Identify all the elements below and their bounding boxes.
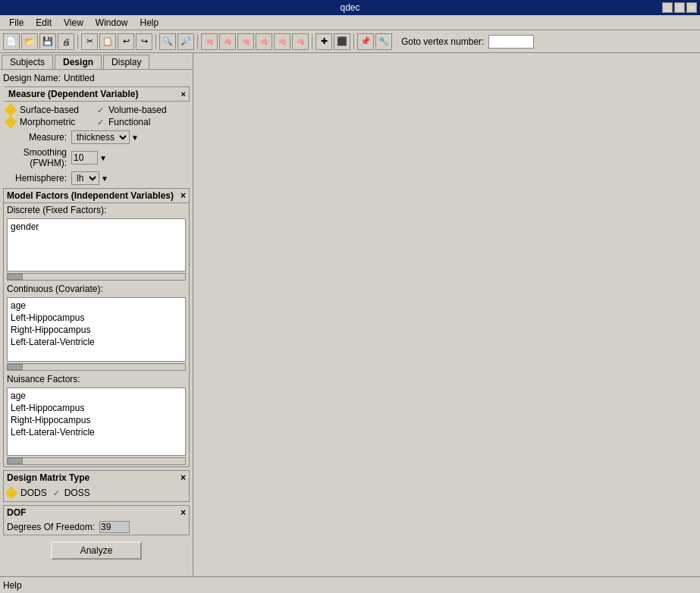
- design-name-label: Design Name:: [3, 73, 61, 83]
- dm-radio-group: DODS ✓ DOSS: [4, 485, 189, 501]
- nuisance-item-age: age: [9, 390, 184, 402]
- menu-edit[interactable]: Edit: [30, 16, 58, 30]
- sep4: [312, 34, 312, 49]
- nuisance-item-lhipp: Left-Hippocampus: [9, 402, 184, 414]
- model-factors-header: Model Factors (Independent Variables) ×: [4, 189, 189, 203]
- smoothing-arrow-icon: ▼: [99, 154, 107, 162]
- surface-based-label: Surface-based: [20, 105, 79, 115]
- left-panel: Subjects Design Display Design Name: Unt…: [0, 53, 193, 576]
- continuous-label: Continuous (Covariate):: [4, 282, 189, 296]
- close-button[interactable]: ×: [686, 2, 697, 13]
- save-button[interactable]: 💾: [39, 33, 56, 50]
- dods-radio[interactable]: DODS: [7, 488, 47, 498]
- measure-select[interactable]: thickness area volume: [71, 130, 130, 144]
- settings-button[interactable]: 🔧: [375, 33, 392, 50]
- window-controls[interactable]: _ □ ×: [662, 2, 697, 13]
- continuous-scrollbar-thumb: [8, 364, 23, 370]
- discrete-scrollbar-thumb: [8, 274, 23, 280]
- title-bar: qdec _ □ ×: [0, 0, 700, 15]
- measure-section-title: Measure (Dependent Variable): [8, 89, 138, 99]
- measure-arrow-icon: ▼: [131, 133, 139, 142]
- design-matrix-header: Design Matrix Type ×: [4, 471, 189, 485]
- sep2: [155, 34, 156, 49]
- doss-label: DOSS: [64, 488, 90, 498]
- discrete-scrollbar[interactable]: [7, 273, 186, 281]
- app-title: qdec: [340, 2, 359, 13]
- open-button[interactable]: 📂: [21, 33, 38, 50]
- dof-value-row: Degrees Of Freedom:: [4, 519, 189, 535]
- zoom-in-button[interactable]: 🔍: [159, 33, 176, 50]
- brain2-button[interactable]: 🧠: [219, 33, 236, 50]
- menu-window[interactable]: Window: [89, 16, 134, 30]
- volume-based-radio[interactable]: ✓ Volume-based: [97, 105, 187, 115]
- pin-button[interactable]: 📌: [357, 33, 374, 50]
- menu-file[interactable]: File: [3, 16, 30, 30]
- continuous-listbox[interactable]: age Left-Hippocampus Right-Hippocampus L…: [7, 297, 186, 362]
- analyze-button[interactable]: Analyze: [51, 541, 142, 560]
- minimize-button[interactable]: _: [662, 2, 673, 13]
- add-button[interactable]: ✚: [315, 33, 332, 50]
- nuisance-listbox[interactable]: age Left-Hippocampus Right-Hippocampus L…: [7, 387, 186, 456]
- dof-close-icon[interactable]: ×: [180, 507, 186, 518]
- menu-help[interactable]: Help: [134, 16, 165, 30]
- continuous-item-age: age: [9, 300, 184, 312]
- measure-label: Measure:: [6, 132, 67, 143]
- goto-label: Goto vertex number:: [401, 36, 484, 47]
- brain5-button[interactable]: 🧠: [274, 33, 290, 50]
- dof-label: Degrees Of Freedom:: [7, 522, 95, 532]
- sep1: [77, 34, 78, 49]
- new-button[interactable]: 📄: [3, 33, 20, 50]
- doss-radio[interactable]: ✓ DOSS: [53, 488, 90, 498]
- hemisphere-label: Hemisphere:: [6, 173, 67, 184]
- discrete-listbox[interactable]: gender: [7, 218, 186, 271]
- status-bar: Help: [0, 576, 700, 593]
- tabs: Subjects Design Display: [0, 53, 193, 70]
- surface-based-radio[interactable]: Surface-based: [6, 105, 96, 115]
- copy-button[interactable]: 📋: [99, 33, 116, 50]
- nuisance-label: Nuisance Factors:: [4, 372, 189, 386]
- smoothing-input[interactable]: [71, 151, 98, 165]
- brain3-button[interactable]: 🧠: [237, 33, 254, 50]
- measure-field-row: Measure: thickness area volume ▼: [3, 130, 190, 144]
- design-matrix-title: Design Matrix Type: [7, 472, 89, 483]
- tab-display[interactable]: Display: [103, 55, 149, 69]
- hemisphere-select[interactable]: lh rh: [71, 171, 99, 185]
- tab-subjects[interactable]: Subjects: [2, 55, 53, 69]
- volume-based-check-icon: ✓: [97, 105, 104, 115]
- functional-check-icon: ✓: [97, 118, 104, 127]
- dods-diamond-icon: [5, 487, 18, 500]
- dof-section: DOF × Degrees Of Freedom:: [3, 505, 190, 535]
- brain4-button[interactable]: 🧠: [256, 33, 272, 50]
- dof-input[interactable]: [99, 521, 130, 533]
- doss-check-icon: ✓: [53, 488, 60, 498]
- menu-view[interactable]: View: [58, 16, 89, 30]
- maximize-button[interactable]: □: [674, 2, 685, 13]
- nuisance-scrollbar[interactable]: [7, 457, 186, 465]
- square-button[interactable]: ⬛: [334, 33, 350, 50]
- hemisphere-field-row: Hemisphere: lh rh ▼: [3, 171, 190, 185]
- morphometric-label: Morphometric: [20, 117, 75, 127]
- measure-radio-group: Surface-based ✓ Volume-based Morphometri…: [3, 105, 190, 127]
- redo-button[interactable]: ↪: [136, 33, 152, 50]
- nuisance-scrollbar-thumb: [8, 458, 23, 464]
- zoom-out-button[interactable]: 🔎: [177, 33, 194, 50]
- morphometric-radio[interactable]: Morphometric: [6, 117, 96, 127]
- surface-based-diamond-icon: [5, 104, 17, 117]
- brain1-button[interactable]: 🧠: [201, 33, 218, 50]
- design-matrix-section: Design Matrix Type × DODS ✓ DOSS: [3, 470, 190, 502]
- status-label: Help: [3, 580, 22, 591]
- brain6-button[interactable]: 🧠: [292, 33, 309, 50]
- right-panel: [193, 53, 700, 576]
- cut-button[interactable]: ✂: [81, 33, 98, 50]
- undo-button[interactable]: ↩: [118, 33, 134, 50]
- goto-input[interactable]: [488, 35, 534, 49]
- tab-design[interactable]: Design: [55, 55, 102, 69]
- model-factors-close-icon[interactable]: ×: [180, 190, 186, 201]
- design-matrix-close-icon[interactable]: ×: [180, 472, 186, 483]
- functional-label: Functional: [108, 117, 150, 127]
- design-name-row: Design Name: Untitled: [3, 73, 190, 83]
- print-button[interactable]: 🖨: [58, 33, 74, 50]
- continuous-scrollbar[interactable]: [7, 363, 186, 371]
- functional-radio[interactable]: ✓ Functional: [97, 117, 187, 127]
- measure-close-icon[interactable]: ×: [181, 89, 186, 99]
